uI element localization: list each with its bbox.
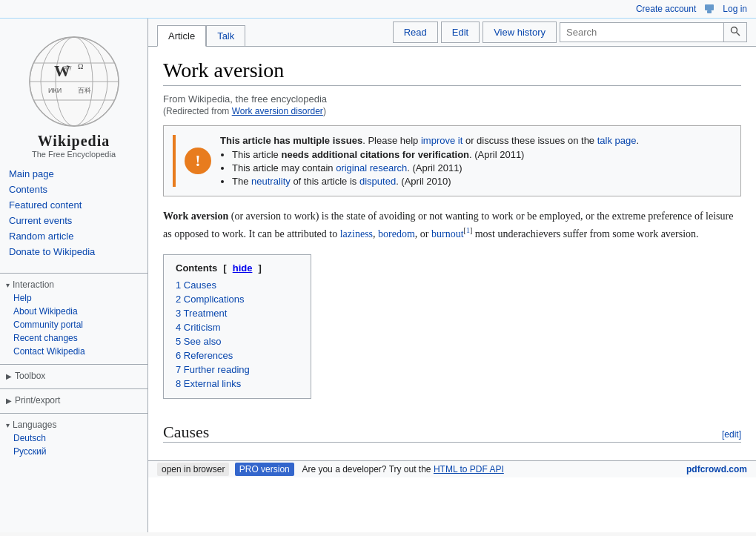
toc-link-3[interactable]: 3 Treatment: [176, 308, 227, 319]
sidebar-item-featured[interactable]: Featured content: [0, 197, 147, 213]
sidebar-item-deutsch[interactable]: Deutsch: [0, 431, 147, 445]
tabs-bar: Article Talk Read Edit View history: [148, 19, 756, 47]
printexport-arrow-icon: ▶: [6, 397, 12, 405]
interaction-title: Interaction: [13, 279, 54, 290]
toc-link-6[interactable]: 6 References: [176, 350, 233, 361]
toc-link-5[interactable]: 5 See also: [176, 336, 221, 347]
notice-item-2: This article may contain original resear…: [232, 162, 639, 173]
notice-list: This article needs additional citations …: [232, 149, 639, 187]
toc-link-1[interactable]: 1 Causes: [176, 279, 216, 291]
notice-headline-rest: . Please help: [362, 135, 421, 146]
notice-box-left-bar: [173, 135, 176, 187]
notice-item-1: This article needs additional citations …: [232, 149, 639, 160]
languages-arrow-icon: ▾: [6, 421, 10, 429]
tab-read[interactable]: Read: [393, 21, 438, 43]
site-logo-text: Wikipedia: [7, 133, 140, 150]
notice-item-3: The neutrality of this article is disput…: [232, 176, 639, 187]
toolbox-arrow-icon: ▶: [6, 372, 12, 380]
interaction-toggle[interactable]: ▾ Interaction: [0, 277, 147, 291]
sidebar-item-community[interactable]: Community portal: [0, 318, 147, 331]
html-to-pdf-link[interactable]: HTML to PDF API: [434, 464, 504, 474]
sidebar-languages: ▾ Languages Deutsch Русский: [0, 413, 147, 458]
tabs-right: Read Edit View history: [393, 19, 747, 46]
laziness-link[interactable]: laziness: [340, 228, 373, 239]
tabs-left: Article Talk: [157, 24, 393, 46]
toc-item-5: 5 See also: [176, 334, 299, 348]
sidebar-item-help[interactable]: Help: [0, 291, 147, 305]
intro-bold: Work aversion: [163, 211, 228, 222]
talk-page-link[interactable]: talk page: [597, 135, 637, 146]
tab-edit[interactable]: Edit: [441, 21, 480, 43]
original-research-link[interactable]: original research: [336, 162, 407, 173]
sidebar-item-donate[interactable]: Donate to Wikipedia: [0, 244, 147, 259]
notice-talk-rest: or discuss these issues on the: [462, 135, 597, 146]
sidebar-item-random[interactable]: Random article: [0, 228, 147, 244]
pdfcrowd-text: pdfcrowd.com: [686, 464, 747, 474]
toc-link-7[interactable]: 7 Further reading: [176, 364, 250, 375]
notice-talk-end: .: [636, 135, 639, 146]
svg-text:百科: 百科: [78, 87, 91, 94]
sidebar-item-russian[interactable]: Русский: [0, 445, 147, 458]
toc-item-6: 6 References: [176, 348, 299, 363]
disputed-link[interactable]: disputed: [359, 176, 396, 187]
notice-box: ! This article has multiple issues. Plea…: [163, 125, 741, 196]
main-content: Article Talk Read Edit View history: [148, 19, 756, 532]
sidebar-item-contact[interactable]: Contact Wikipedia: [0, 345, 147, 358]
toc-link-2[interactable]: 2 Complications: [176, 294, 245, 305]
search-input[interactable]: [560, 23, 723, 42]
svg-text:!: !: [195, 151, 200, 170]
toc-title: Contents [hide]: [176, 262, 299, 274]
create-account-link[interactable]: Create account: [636, 4, 696, 14]
svg-rect-0: [705, 4, 714, 10]
notice-bullet2-pre: This article: [232, 162, 281, 173]
toc-item-1: 1 Causes: [176, 278, 299, 292]
notice-warning-icon: !: [183, 135, 213, 187]
svg-text:αβγ: αβγ: [63, 64, 72, 70]
sidebar-item-recent[interactable]: Recent changes: [0, 331, 147, 345]
svg-text:Ω: Ω: [78, 62, 83, 70]
sidebar: W ИКИ 百科 αβγ Ω Wikipedia The Free Encycl…: [0, 19, 148, 532]
tab-talk[interactable]: Talk: [206, 25, 245, 46]
developer-text: Are you a developer? Try out the: [302, 464, 433, 474]
neutrality-link[interactable]: neutrality: [251, 176, 291, 187]
open-browser-label: open in browser: [157, 463, 229, 476]
notice-content: This article has multiple issues. Please…: [220, 135, 639, 187]
sidebar-item-about[interactable]: About Wikipedia: [0, 305, 147, 318]
toolbox-title: Toolbox: [15, 371, 45, 381]
layout: W ИКИ 百科 αβγ Ω Wikipedia The Free Encycl…: [0, 19, 756, 532]
languages-toggle[interactable]: ▾ Languages: [0, 417, 147, 431]
sidebar-item-main-page[interactable]: Main page: [0, 166, 147, 182]
login-link[interactable]: Log in: [723, 4, 747, 14]
sidebar-item-contents[interactable]: Contents: [0, 182, 147, 197]
pro-version-label: PRO version: [235, 463, 294, 476]
causes-edit-link[interactable]: [edit]: [722, 429, 741, 440]
tab-article[interactable]: Article: [157, 25, 206, 47]
search-box: [560, 22, 747, 42]
toc-list: 1 Causes 2 Complications 3 Treatment 4 C…: [176, 278, 299, 391]
boredom-link[interactable]: boredom: [378, 228, 415, 239]
printexport-toggle[interactable]: ▶ Print/export: [0, 392, 147, 407]
sidebar-interaction: ▾ Interaction Help About Wikipedia Commu…: [0, 273, 147, 358]
toc-hide-link[interactable]: hide: [233, 262, 253, 274]
toc-heading: Contents: [176, 262, 217, 274]
notice-headline-text: This article has multiple issues: [220, 135, 362, 146]
toc-link-4[interactable]: 4 Criticism: [176, 322, 221, 333]
citation-1-link[interactable]: 1: [466, 226, 470, 234]
improve-it-link[interactable]: improve it: [421, 135, 462, 146]
tab-view-history[interactable]: View history: [483, 21, 557, 43]
notice-bullet1-date: . (April 2011): [469, 149, 524, 160]
search-button[interactable]: [723, 23, 746, 42]
sidebar-item-current-events[interactable]: Current events: [0, 213, 147, 228]
redirected-link[interactable]: Work aversion disorder: [232, 106, 323, 116]
page-title: Work aversion: [163, 59, 741, 86]
sidebar-printexport: ▶ Print/export: [0, 388, 147, 407]
user-icon: [703, 3, 715, 15]
sidebar-toolbox: ▶ Toolbox: [0, 364, 147, 383]
pdfcrowd-logo: pdfcrowd.com: [686, 464, 747, 474]
notice-bullet2-mid: may contain: [281, 162, 336, 173]
notice-bullet3-date: . (April 2010): [396, 176, 451, 187]
toc-link-8[interactable]: 8 External links: [176, 378, 241, 389]
burnout-link[interactable]: burnout: [431, 228, 464, 239]
toolbox-toggle[interactable]: ▶ Toolbox: [0, 368, 147, 383]
notice-bullet3-pre: The: [232, 176, 251, 187]
